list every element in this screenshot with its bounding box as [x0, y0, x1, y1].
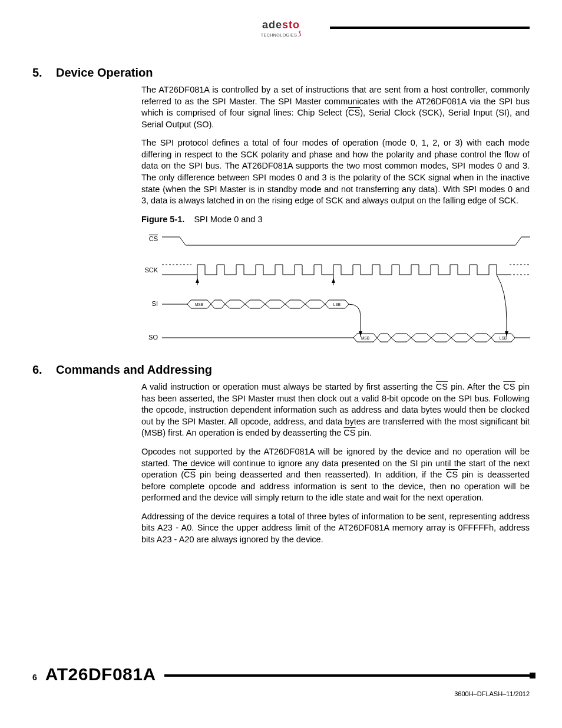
part-number: AT26DF081A — [45, 663, 156, 687]
section-5-heading: 5.Device Operation — [32, 65, 530, 81]
svg-marker-1 — [332, 278, 335, 283]
si-lsb-label: LSB — [333, 302, 340, 307]
section-6-para-3: Addressing of the device requires a tota… — [141, 511, 530, 546]
section-5-para-2: The SPI protocol defines a total of four… — [141, 137, 530, 206]
footer-rule — [164, 674, 530, 677]
page-number: 6 — [32, 672, 37, 683]
cs-overline: CS — [184, 470, 196, 479]
header-rule — [330, 27, 530, 29]
svg-marker-0 — [196, 278, 199, 283]
figure-5-1-caption: Figure 5-1. SPI Mode 0 and 3 — [141, 214, 530, 226]
section-6-heading: 6.Commands and Addressing — [32, 362, 530, 378]
section-5-body: The AT26DF081A is controlled by a set of… — [141, 84, 530, 225]
brand-logo: adesto TECHNOLOGIES ⟆ — [261, 18, 302, 39]
so-lsb-label: LSB — [500, 336, 507, 340]
cs-overline: CS — [446, 470, 458, 479]
figure-title: SPI Mode 0 and 3 — [194, 215, 262, 224]
section-6-body: A valid instruction or operation must al… — [141, 381, 530, 545]
page-content: 5.Device Operation The AT26DF081A is con… — [0, 65, 562, 546]
signal-label-so: SO — [148, 334, 158, 341]
section-6-title: Commands and Addressing — [56, 363, 212, 376]
figure-5-1-diagram: .sig { stroke:#000; stroke-width:1; fill… — [141, 232, 530, 350]
section-5-number: 5. — [32, 65, 56, 81]
so-msb-label: MSB — [361, 336, 369, 340]
document-code: 3600H–DFLASH–11/2012 — [32, 690, 530, 699]
brand-name-part2: sto — [282, 19, 300, 31]
section-5-title: Device Operation — [56, 66, 153, 79]
section-6-para-2: Opcodes not supported by the AT26DF081A … — [141, 446, 530, 504]
si-msb-label: MSB — [195, 302, 203, 307]
signal-label-cs: CS — [149, 235, 158, 242]
page-header: adesto TECHNOLOGIES ⟆ — [0, 0, 562, 53]
section-6-para-1: A valid instruction or operation must al… — [141, 381, 530, 439]
signal-label-sck: SCK — [144, 266, 158, 274]
brand-swoosh-icon: ⟆ — [298, 29, 302, 38]
cs-overline: CS — [503, 382, 515, 391]
page-footer: 6 AT26DF081A 3600H–DFLASH–11/2012 — [32, 663, 530, 699]
signal-label-si: SI — [152, 300, 158, 307]
brand-tagline: TECHNOLOGIES — [261, 33, 297, 37]
section-5-para-1: The AT26DF081A is controlled by a set of… — [141, 84, 530, 130]
brand-name-part1: ade — [262, 19, 282, 31]
figure-label: Figure 5-1. — [141, 215, 184, 224]
cs-overline: CS — [343, 428, 355, 437]
section-6-number: 6. — [32, 362, 56, 378]
cs-overline: CS — [348, 108, 360, 117]
cs-overline: CS — [436, 382, 448, 391]
